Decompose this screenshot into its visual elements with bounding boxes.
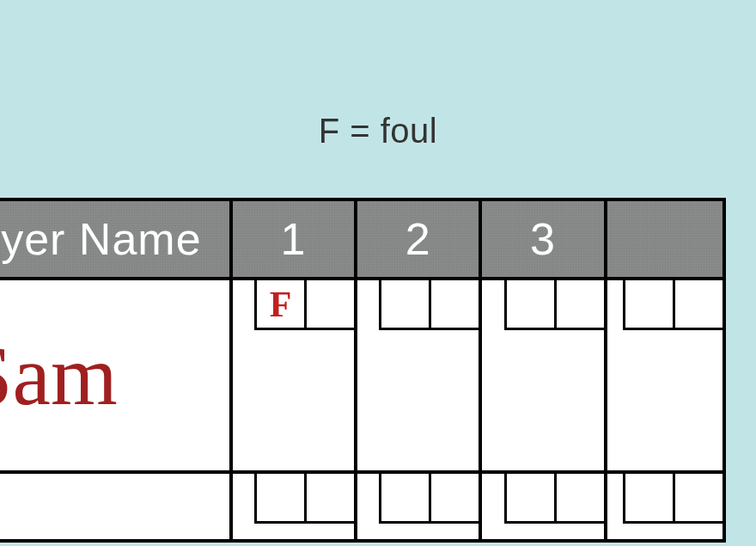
frame-1-cell: F — [231, 279, 356, 472]
header-player-name: yer Name — [0, 199, 231, 279]
frame-1-roll-2 — [304, 280, 354, 330]
frame-4-roll-1 — [623, 280, 673, 330]
frame-3-rolls — [504, 280, 604, 330]
next-frame-2-rolls — [379, 474, 479, 524]
next-frame-2-roll-1 — [379, 474, 429, 524]
next-frame-2-roll-2 — [429, 474, 479, 524]
next-frame-3-rolls — [504, 474, 604, 524]
next-player-name-cell — [0, 472, 231, 541]
frame-4-cell — [606, 279, 724, 472]
player-name-text: Sam — [0, 326, 229, 425]
frame-3-roll-1 — [504, 280, 554, 330]
frame-1-roll-1: F — [254, 280, 304, 330]
frame-3-roll-2 — [554, 280, 604, 330]
header-frame-1: 1 — [231, 199, 356, 279]
header-frame-3: 3 — [480, 199, 605, 279]
next-player-row — [0, 472, 724, 541]
next-frame-2-cell — [356, 472, 480, 541]
player-name-cell: Sam — [0, 279, 231, 472]
header-frame-2: 2 — [356, 199, 480, 279]
next-frame-3-roll-1 — [504, 474, 554, 524]
next-frame-4-rolls — [623, 474, 722, 524]
next-frame-1-cell — [231, 472, 356, 541]
player-row: Sam F — [0, 279, 724, 472]
frame-4-rolls — [623, 280, 722, 330]
next-frame-1-roll-2 — [304, 474, 354, 524]
next-frame-3-cell — [480, 472, 605, 541]
next-frame-4-cell — [606, 472, 724, 541]
next-frame-1-roll-1 — [254, 474, 304, 524]
frame-4-roll-2 — [673, 280, 722, 330]
next-frame-1-rolls — [254, 474, 354, 524]
frame-2-cell — [356, 279, 480, 472]
next-frame-3-roll-2 — [554, 474, 604, 524]
header-row: yer Name 1 2 3 — [0, 199, 724, 279]
frame-1-rolls: F — [254, 280, 354, 330]
header-frame-4 — [606, 199, 724, 279]
bowling-score-table: yer Name 1 2 3 Sam F — [0, 198, 726, 543]
frame-3-cell — [480, 279, 605, 472]
frame-2-roll-1 — [379, 280, 429, 330]
legend-text: F = foul — [0, 0, 756, 198]
frame-2-rolls — [379, 280, 479, 330]
frame-2-roll-2 — [429, 280, 479, 330]
next-frame-4-roll-1 — [623, 474, 673, 524]
next-frame-4-roll-2 — [673, 474, 722, 524]
